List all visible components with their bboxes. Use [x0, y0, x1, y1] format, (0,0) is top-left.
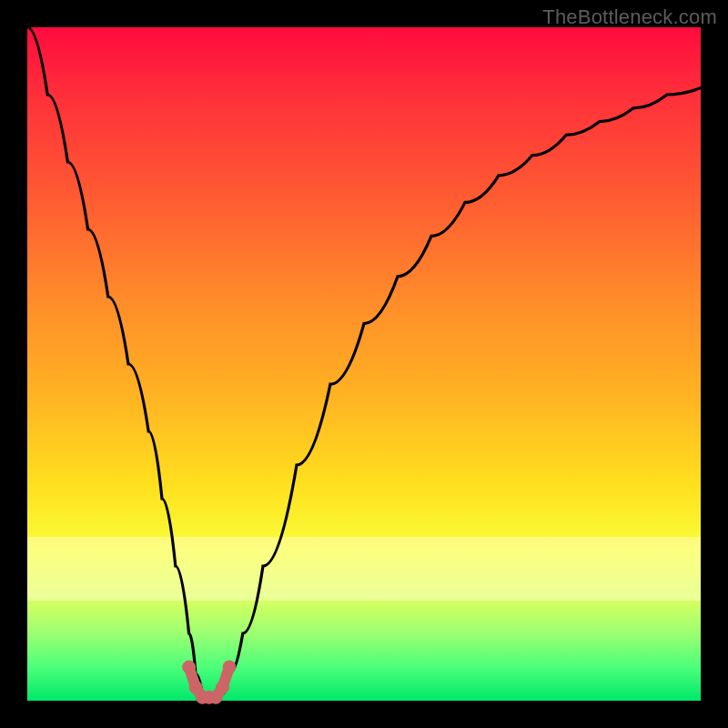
chart-frame	[27, 27, 701, 701]
bottleneck-curve-path	[27, 27, 701, 701]
watermark-text: TheBottleneck.com	[542, 5, 717, 29]
trough-marker-dot	[217, 681, 229, 693]
trough-marker-group	[183, 661, 236, 703]
trough-marker-dot	[223, 661, 236, 673]
chart-svg	[27, 27, 701, 701]
trough-marker-dot	[183, 661, 196, 673]
